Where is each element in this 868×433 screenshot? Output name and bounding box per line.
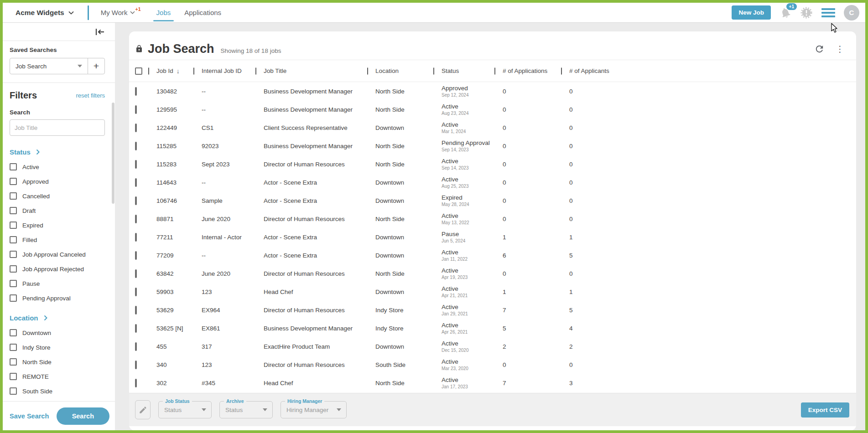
table-row[interactable]: 77211 Internal - Actor Actor - Scene Ext… xyxy=(129,228,856,246)
row-checkbox[interactable] xyxy=(135,160,137,169)
bulk-select[interactable]: Hiring Manager Hiring Manager xyxy=(281,401,347,418)
more-options-icon[interactable]: ⋮ xyxy=(836,45,844,53)
job-title-search-input[interactable] xyxy=(10,119,105,136)
row-checkbox[interactable] xyxy=(135,251,137,260)
location-filter-option[interactable]: REMOTE xyxy=(10,373,105,380)
row-checkbox[interactable] xyxy=(135,124,137,132)
table-row[interactable]: 77209 -- Actor - Scene Extra Downtown Ac… xyxy=(129,246,856,264)
table-row[interactable]: 53625 [N] EX861 Business Development Man… xyxy=(129,319,856,337)
table-row[interactable]: 122449 CS1 Client Success Representative… xyxy=(129,119,856,137)
checkbox[interactable] xyxy=(10,329,17,336)
status-filter-option[interactable]: Pending Approval xyxy=(10,294,105,302)
location-filter-option[interactable]: North Side xyxy=(10,358,105,366)
checkbox[interactable] xyxy=(10,236,17,243)
column-header-job-title[interactable]: Job Title xyxy=(255,67,367,74)
status-filter-option[interactable]: Filled xyxy=(10,236,105,243)
tab-applications[interactable]: Applications xyxy=(184,9,221,16)
status-filter-option[interactable]: Approved xyxy=(10,178,105,185)
table-row[interactable]: 115283 Sept 2023 Director of Human Resou… xyxy=(129,155,856,173)
column-header-internal-job-id[interactable]: Internal Job ID xyxy=(193,67,255,74)
status-filter-option[interactable]: Cancelled xyxy=(10,192,105,200)
column-header-job-id[interactable]: Job Id ↓ xyxy=(148,67,193,75)
column-header-applicants[interactable]: # of Applicants xyxy=(561,67,856,74)
status-section-header[interactable]: Status xyxy=(10,148,105,156)
reset-filters-link[interactable]: reset filters xyxy=(76,92,105,99)
checkbox[interactable] xyxy=(10,265,17,273)
checkbox[interactable] xyxy=(10,163,17,170)
location-section-header[interactable]: Location xyxy=(10,314,105,322)
search-button[interactable]: Search xyxy=(57,407,109,425)
filters-sidebar: Saved Searches Job Search + Filters rese… xyxy=(3,23,115,430)
sidebar-scrollbar[interactable] xyxy=(112,103,114,204)
status-filter-option[interactable]: Expired xyxy=(10,222,105,229)
org-switcher[interactable]: Acme Widgets xyxy=(16,9,74,17)
bulk-select[interactable]: Job Status Status xyxy=(158,401,212,418)
checkbox[interactable] xyxy=(10,192,17,200)
row-checkbox[interactable] xyxy=(135,215,137,223)
status-filter-option[interactable]: Pause xyxy=(10,280,105,287)
table-row[interactable]: 59903 123 Head Chef Downtown Active Apr … xyxy=(129,283,856,301)
checkbox[interactable] xyxy=(10,358,17,366)
checkbox[interactable] xyxy=(10,178,17,185)
row-checkbox[interactable] xyxy=(135,196,137,205)
checkbox[interactable] xyxy=(10,207,17,214)
checkbox[interactable] xyxy=(10,294,17,302)
row-checkbox[interactable] xyxy=(135,105,137,114)
status-filter-option[interactable]: Job Approval Canceled xyxy=(10,251,105,258)
alerts-button[interactable] xyxy=(800,6,813,19)
table-row[interactable]: 115285 92023 Business Development Manage… xyxy=(129,137,856,155)
row-checkbox[interactable] xyxy=(135,361,137,369)
table-row[interactable]: 340 123 Director of Human Resources Sout… xyxy=(129,356,856,374)
column-header-applications[interactable]: # of Applications xyxy=(494,67,561,74)
column-header-location[interactable]: Location xyxy=(367,67,433,74)
notifications-button[interactable]: +1 xyxy=(780,7,791,19)
location-filter-option[interactable]: South Side xyxy=(10,387,105,395)
row-checkbox[interactable] xyxy=(135,233,137,242)
save-search-link[interactable]: Save Search xyxy=(10,412,49,420)
checkbox[interactable] xyxy=(10,387,17,395)
menu-button[interactable] xyxy=(821,8,835,17)
column-header-status[interactable]: Status xyxy=(433,67,494,74)
refresh-icon[interactable] xyxy=(814,44,825,54)
row-checkbox[interactable] xyxy=(135,142,137,150)
saved-search-select[interactable]: Job Search xyxy=(10,58,88,74)
edit-button[interactable] xyxy=(135,400,151,419)
row-checkbox[interactable] xyxy=(135,288,137,296)
table-row[interactable]: 130482 -- Business Development Manager N… xyxy=(129,82,856,100)
cell-internal-job-id: 123 xyxy=(193,361,255,368)
row-checkbox[interactable] xyxy=(135,269,137,278)
row-checkbox[interactable] xyxy=(135,324,137,333)
table-row[interactable]: 106746 Sample Actor - Scene Extra Downto… xyxy=(129,191,856,210)
status-filter-option[interactable]: Active xyxy=(10,163,105,170)
status-filter-option[interactable]: Job Approval Rejected xyxy=(10,265,105,273)
table-row[interactable]: 114643 -- Actor - Scene Extra Downtown A… xyxy=(129,173,856,191)
location-filter-option[interactable]: Downtown xyxy=(10,329,105,336)
row-checkbox[interactable] xyxy=(135,87,137,96)
location-filter-option[interactable]: Indy Store xyxy=(10,344,105,351)
table-row[interactable]: 302 #345 Head Chef North Side Active Jan… xyxy=(129,374,856,392)
table-row[interactable]: 63842 June 2020 Director of Human Resour… xyxy=(129,264,856,283)
avatar[interactable]: C xyxy=(844,5,859,21)
tab-my-work[interactable]: My Work +1 xyxy=(101,9,143,16)
bulk-select[interactable]: Archive Status xyxy=(219,401,273,418)
export-csv-button[interactable]: Export CSV xyxy=(801,402,849,418)
table-row[interactable]: 88871 June 2020 Director of Human Resour… xyxy=(129,210,856,228)
row-checkbox[interactable] xyxy=(135,379,137,387)
table-row[interactable]: 455 317 ExactHire Product Team Downtown … xyxy=(129,337,856,356)
table-row[interactable]: 53629 EX964 Director of Human Resources … xyxy=(129,301,856,319)
select-all-checkbox[interactable] xyxy=(135,67,142,75)
table-row[interactable]: 129595 -- Business Development Manager N… xyxy=(129,100,856,119)
row-checkbox[interactable] xyxy=(135,306,137,314)
row-checkbox[interactable] xyxy=(135,178,137,187)
tab-jobs[interactable]: Jobs xyxy=(156,9,171,16)
collapse-sidebar-icon[interactable] xyxy=(95,28,105,36)
checkbox[interactable] xyxy=(10,344,17,351)
checkbox[interactable] xyxy=(10,251,17,258)
checkbox[interactable] xyxy=(10,373,17,380)
new-job-button[interactable]: New Job xyxy=(732,5,771,20)
checkbox[interactable] xyxy=(10,280,17,287)
status-filter-option[interactable]: Draft xyxy=(10,207,105,214)
row-checkbox[interactable] xyxy=(135,342,137,351)
checkbox[interactable] xyxy=(10,222,17,229)
add-saved-search-button[interactable]: + xyxy=(88,58,104,74)
